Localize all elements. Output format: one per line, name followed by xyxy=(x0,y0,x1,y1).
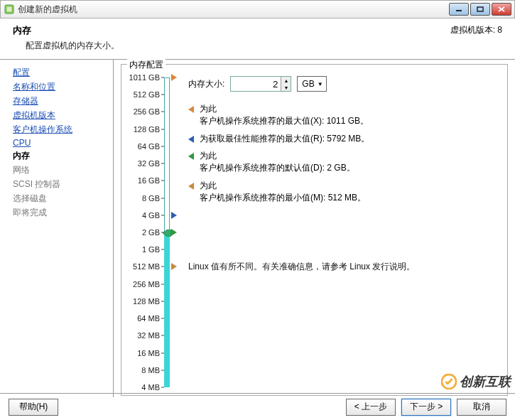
slider-tick-label: 32 MB xyxy=(137,331,160,340)
memory-size-spinner[interactable]: ▲ ▼ xyxy=(281,77,291,91)
triangle-icon xyxy=(188,153,194,160)
page-subtitle: 配置虚拟机的内存大小。 xyxy=(13,40,119,52)
memory-info-column: 内存大小: ▲ ▼ GB ▼ 为此客户机操作 xyxy=(178,65,507,395)
help-button[interactable]: 帮助(H) xyxy=(9,399,58,416)
app-icon xyxy=(4,4,15,15)
slider-tick-label: 512 MB xyxy=(133,262,160,271)
back-button[interactable]: < 上一步 xyxy=(346,399,396,416)
slider-marker-icon xyxy=(171,212,177,219)
slider-tick-label: 1 GB xyxy=(142,245,160,254)
triangle-icon xyxy=(188,106,194,113)
memory-slider[interactable] xyxy=(164,77,170,387)
wizard-step: SCSI 控制器 xyxy=(13,178,109,190)
recommendation-row: 为此客户机操作系统推荐的默认值(D): 2 GB。 xyxy=(188,150,499,174)
wizard-steps: 配置名称和位置存储器虚拟机版本客户机操作系统CPU内存网络SCSI 控制器选择磁… xyxy=(0,60,114,397)
vm-version-label: 虚拟机版本: 8 xyxy=(450,24,502,52)
memory-slider-column: 1011 GB512 GB256 GB128 GB64 GB32 GB16 GB… xyxy=(121,65,178,395)
spinner-up-icon[interactable]: ▲ xyxy=(281,77,291,84)
wizard-step[interactable]: CPU xyxy=(13,138,109,148)
recommendation-text: 为获取最佳性能推荐的最大值(R): 5792 MB。 xyxy=(200,133,369,145)
wizard-step[interactable]: 存储器 xyxy=(13,95,109,107)
wizard-step[interactable]: 虚拟机版本 xyxy=(13,109,109,122)
page-title: 内存 xyxy=(13,24,119,37)
svg-marker-6 xyxy=(163,230,171,237)
recommendation-text: 为此客户机操作系统推荐的最小值(M): 512 MB。 xyxy=(200,180,366,204)
slider-tick-label: 4 MB xyxy=(141,383,160,392)
slider-tick-label: 16 MB xyxy=(137,349,160,357)
slider-tick-label: 256 MB xyxy=(133,280,160,289)
wizard-footer: 帮助(H) < 上一步 下一步 > 取消 xyxy=(0,393,515,420)
recommendation-text: 为此客户机操作系统推荐的最大值(X): 1011 GB。 xyxy=(200,103,369,127)
wizard-step: 即将完成 xyxy=(13,207,109,219)
recommendation-row: 为获取最佳性能推荐的最大值(R): 5792 MB。 xyxy=(188,133,499,145)
wizard-step: 选择磁盘 xyxy=(13,193,109,205)
slider-tick-label: 512 GB xyxy=(134,90,160,99)
wizard-body: 配置名称和位置存储器虚拟机版本客户机操作系统CPU内存网络SCSI 控制器选择磁… xyxy=(0,60,515,397)
svg-rect-3 xyxy=(477,7,483,11)
spinner-down-icon[interactable]: ▼ xyxy=(281,84,291,91)
svg-rect-1 xyxy=(7,7,12,12)
wizard-step[interactable]: 配置 xyxy=(13,67,109,79)
slider-tick-label: 2 GB xyxy=(142,228,160,237)
memory-unit-select[interactable]: GB ▼ xyxy=(297,76,326,92)
window-buttons xyxy=(449,3,511,16)
chevron-down-icon: ▼ xyxy=(318,81,323,87)
wizard-step[interactable]: 名称和位置 xyxy=(13,81,109,93)
slider-tick-label: 32 GB xyxy=(138,159,160,168)
slider-tick-label: 256 GB xyxy=(134,107,160,116)
wizard-header: 内存 配置虚拟机的内存大小。 虚拟机版本: 8 xyxy=(0,18,515,60)
main-panel: 内存配置 1011 GB512 GB256 GB128 GB64 GB32 GB… xyxy=(118,60,515,397)
minimize-button[interactable] xyxy=(449,3,469,16)
slider-tick-label: 1011 GB xyxy=(129,73,160,82)
slider-tick-label: 64 GB xyxy=(138,142,160,151)
recommendation-row: 为此客户机操作系统推荐的最小值(M): 512 MB。 xyxy=(188,180,499,204)
next-button[interactable]: 下一步 > xyxy=(401,399,451,416)
slider-marker-icon xyxy=(171,229,177,236)
memory-size-label: 内存大小: xyxy=(188,78,224,90)
slider-tick-label: 128 GB xyxy=(134,125,160,134)
memory-groupbox: 内存配置 1011 GB512 GB256 GB128 GB64 GB32 GB… xyxy=(121,64,508,396)
wizard-step: 网络 xyxy=(13,164,109,176)
wizard-step[interactable]: 客户机操作系统 xyxy=(13,124,109,136)
memory-size-row: 内存大小: ▲ ▼ GB ▼ xyxy=(188,76,499,92)
slider-tick-label: 4 GB xyxy=(142,211,160,220)
slider-tick-label: 64 MB xyxy=(137,314,160,323)
slider-tick-label: 16 GB xyxy=(138,176,160,185)
slider-marker-icon xyxy=(171,263,177,270)
triangle-icon xyxy=(188,136,194,143)
slider-tick-label: 8 GB xyxy=(142,194,160,203)
slider-tick-label: 8 MB xyxy=(141,366,160,375)
recommendation-text: 为此客户机操作系统推荐的默认值(D): 2 GB。 xyxy=(200,150,355,174)
wizard-step: 内存 xyxy=(13,150,109,162)
slider-marker-icon xyxy=(171,74,177,81)
linux-note: Linux 值有所不同。有关准确信息，请参考 Linux 发行说明。 xyxy=(188,261,499,273)
titlebar: 创建新的虚拟机 xyxy=(0,0,515,18)
cancel-button[interactable]: 取消 xyxy=(457,399,506,416)
memory-unit-value: GB xyxy=(302,79,314,89)
maximize-button[interactable] xyxy=(470,3,490,16)
window-title: 创建新的虚拟机 xyxy=(18,4,449,16)
slider-tick-label: 128 MB xyxy=(133,297,160,306)
triangle-icon xyxy=(188,183,194,190)
recommendation-row: 为此客户机操作系统推荐的最大值(X): 1011 GB。 xyxy=(188,103,499,127)
close-button[interactable] xyxy=(492,3,511,16)
